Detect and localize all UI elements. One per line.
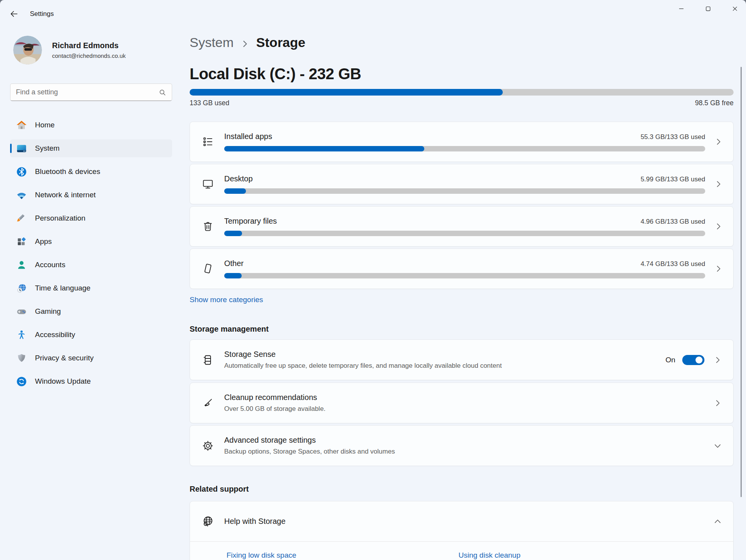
sidebar-item-label: Home xyxy=(35,121,55,129)
cleanup-subtitle: Over 5.00 GB of storage available. xyxy=(224,405,704,413)
sidebar-item-system[interactable]: System xyxy=(10,139,172,157)
accounts-person-icon xyxy=(16,259,27,271)
category-usage-bar xyxy=(224,231,705,236)
sidebar-item-accessibility[interactable]: Accessibility xyxy=(10,326,172,344)
fixing-low-disk-space-link[interactable]: Fixing low disk space xyxy=(227,551,296,560)
sidebar-item-label: Accessibility xyxy=(35,330,75,339)
using-disk-cleanup-link[interactable]: Using disk cleanup xyxy=(458,551,520,560)
search-input[interactable] xyxy=(10,88,158,96)
vertical-scrollbar[interactable] xyxy=(741,67,742,497)
storage-sense-toggle[interactable] xyxy=(682,355,704,365)
storage-sense-subtitle: Automatically free up space, delete temp… xyxy=(224,362,666,370)
chevron-right-icon xyxy=(713,398,722,408)
category-desktop[interactable]: Desktop 5.99 GB/133 GB used xyxy=(190,164,734,204)
sidebar-item-bluetooth-devices[interactable]: Bluetooth & devices xyxy=(10,163,172,181)
accessibility-icon xyxy=(16,329,27,341)
back-button[interactable] xyxy=(9,9,19,19)
show-more-categories-link[interactable]: Show more categories xyxy=(190,296,263,304)
apps-icon xyxy=(16,236,27,247)
sidebar-item-label: Bluetooth & devices xyxy=(35,167,100,176)
sidebar-item-personalization[interactable]: Personalization xyxy=(10,209,172,227)
chevron-up-icon xyxy=(713,517,722,526)
storage-sense-icon xyxy=(202,354,214,366)
maximize-button[interactable] xyxy=(697,0,719,17)
breadcrumb-chevron-icon xyxy=(240,39,250,49)
sidebar-item-privacy-security[interactable]: Privacy & security xyxy=(10,349,172,367)
help-with-storage-row[interactable]: Help with Storage xyxy=(190,501,733,541)
advanced-storage-subtitle: Backup options, Storage Spaces, other di… xyxy=(224,448,704,456)
system-icon xyxy=(16,143,27,154)
chevron-right-icon xyxy=(714,222,723,231)
toggle-state-label: On xyxy=(666,356,675,364)
windows-update-icon xyxy=(16,376,27,387)
disk-title: Local Disk (C:) - 232 GB xyxy=(190,65,361,83)
category-name: Temporary files xyxy=(224,217,277,226)
maximize-icon xyxy=(705,6,711,12)
sidebar-item-apps[interactable]: Apps xyxy=(10,233,172,250)
profile-email: contact@richedmonds.co.uk xyxy=(52,52,126,59)
profile-name: Richard Edmonds xyxy=(52,41,119,50)
category-usage-bar xyxy=(224,146,705,151)
related-support-header: Related support xyxy=(190,485,249,494)
breadcrumb-system[interactable]: System xyxy=(190,35,234,50)
toggle-knob xyxy=(695,357,702,363)
broom-icon xyxy=(202,397,214,409)
window-controls xyxy=(666,0,746,17)
back-arrow-icon xyxy=(9,9,19,19)
avatar[interactable] xyxy=(13,36,42,64)
help-with-storage-title: Help with Storage xyxy=(224,517,704,526)
desktop-monitor-icon xyxy=(202,178,214,190)
sidebar-item-home[interactable]: Home xyxy=(10,116,172,134)
storage-sense-card[interactable]: Storage Sense Automatically free up spac… xyxy=(190,339,734,380)
disk-usage-bar xyxy=(190,89,734,96)
search-box xyxy=(10,83,172,101)
category-usage: 4.74 GB/133 GB used xyxy=(641,260,705,268)
chevron-down-icon xyxy=(713,441,722,450)
sidebar-item-gaming[interactable]: Gaming xyxy=(10,303,172,320)
personalization-brush-icon xyxy=(16,213,27,224)
category-installed-apps[interactable]: Installed apps 55.3 GB/133 GB used xyxy=(190,122,734,162)
search-icon[interactable] xyxy=(158,88,167,97)
category-usage-bar xyxy=(224,273,705,278)
avatar-photo xyxy=(13,36,42,64)
globe-search-icon xyxy=(202,515,214,528)
sidebar-item-label: System xyxy=(35,144,59,153)
help-with-storage-card: Help with Storage Fixing low disk space … xyxy=(190,501,734,560)
minimize-button[interactable] xyxy=(670,0,692,17)
category-name: Other xyxy=(224,259,244,268)
sidebar-item-accounts[interactable]: Accounts xyxy=(10,256,172,274)
sidebar-item-network-internet[interactable]: Network & internet xyxy=(10,186,172,204)
category-other[interactable]: Other 4.74 GB/133 GB used xyxy=(190,249,734,289)
advanced-storage-title: Advanced storage settings xyxy=(224,436,704,445)
titlebar: Settings xyxy=(0,0,746,23)
sidebar-item-label: Accounts xyxy=(35,261,65,269)
disk-usage-bar-fill xyxy=(190,89,503,96)
chevron-right-icon xyxy=(714,264,723,273)
disk-usage-labels: 133 GB used 98.5 GB free xyxy=(190,99,734,107)
breadcrumb: System Storage xyxy=(190,35,305,50)
storage-management-header: Storage management xyxy=(190,325,268,334)
disk-used-label: 133 GB used xyxy=(190,99,229,107)
sidebar-item-windows-update[interactable]: Windows Update xyxy=(10,372,172,390)
sidebar-item-label: Windows Update xyxy=(35,377,91,386)
sidebar-item-time-language[interactable]: Time & language xyxy=(10,279,172,297)
chevron-right-icon xyxy=(714,137,723,146)
category-usage: 4.96 GB/133 GB used xyxy=(641,218,705,226)
close-button[interactable] xyxy=(723,0,746,17)
category-usage-bar xyxy=(224,188,705,194)
bluetooth-icon xyxy=(16,166,27,177)
cleanup-title: Cleanup recommendations xyxy=(224,393,704,402)
sidebar-item-label: Network & internet xyxy=(35,191,96,199)
advanced-storage-settings-card[interactable]: Advanced storage settings Backup options… xyxy=(190,425,734,466)
cleanup-recommendations-card[interactable]: Cleanup recommendations Over 5.00 GB of … xyxy=(190,383,734,423)
home-icon xyxy=(16,120,27,131)
sidebar-item-label: Gaming xyxy=(35,307,61,316)
app-title: Settings xyxy=(30,10,54,18)
sidebar-item-label: Privacy & security xyxy=(35,354,94,362)
category-temporary-files[interactable]: Temporary files 4.96 GB/133 GB used xyxy=(190,206,734,247)
breadcrumb-storage: Storage xyxy=(256,35,305,50)
minimize-icon xyxy=(678,6,684,12)
sidebar-item-label: Time & language xyxy=(35,284,91,292)
chevron-right-icon xyxy=(713,355,722,365)
storage-sense-title: Storage Sense xyxy=(224,350,666,359)
